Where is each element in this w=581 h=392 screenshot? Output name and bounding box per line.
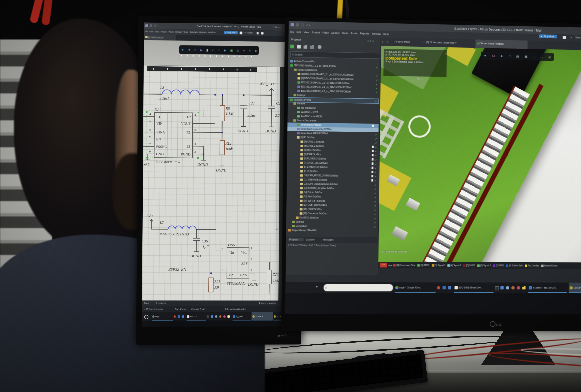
menu-view[interactable]: View	[304, 30, 309, 33]
tree-item[interactable]: Generated✔	[286, 224, 378, 229]
menu-design[interactable]: Design	[175, 30, 182, 33]
taskbar-icon[interactable]	[182, 315, 184, 318]
layer-tab-signal2[interactable]: [4] Signal 2	[448, 264, 461, 266]
taskbar-item-altium-1[interactable]: EcoSBV...	[252, 312, 273, 321]
tree-item[interactable]: Settings✔	[286, 220, 378, 224]
save-icon[interactable]	[150, 24, 152, 27]
paste-tool-icon[interactable]: ▶	[200, 48, 202, 52]
inductor-L3[interactable]	[162, 90, 199, 95]
resistor-R8[interactable]	[220, 105, 225, 121]
taskbar-icon[interactable]	[442, 286, 446, 289]
taskbar-item-vscode[interactable]: w_spas...	[232, 312, 252, 321]
tab-explorer[interactable]: Explorer	[306, 238, 319, 241]
layer-tab-gnd2[interactable]: [5] GND2	[463, 264, 475, 267]
settings-icon-button[interactable]	[318, 45, 322, 49]
taskbar-icon[interactable]	[517, 286, 520, 290]
taskbar-item-chrome[interactable]: Login - Google Chro...	[394, 282, 436, 293]
menu-project[interactable]: Project	[160, 30, 167, 33]
save-icon[interactable]	[296, 23, 299, 26]
layer-tab-pwr[interactable]: [7] PWR	[493, 264, 504, 267]
tab-projects[interactable]: Projects	[288, 238, 304, 241]
taskbar-item-bdc[interactable]: BDC-0301-Direct Driv...	[454, 282, 494, 293]
editor-mode[interactable]: Editor	[144, 302, 153, 304]
wire-tool-icon[interactable]: ≈	[212, 48, 214, 52]
taskbar-icon[interactable]	[228, 315, 230, 318]
taskbar-icon[interactable]	[215, 315, 217, 318]
taskbar-icon[interactable]	[211, 315, 213, 318]
undo-icon[interactable]: ↶↷	[306, 24, 310, 26]
menu-project[interactable]: Project	[312, 31, 320, 34]
tab-messages[interactable]: Messages	[323, 238, 338, 241]
taskbar-item-vscode[interactable]: w_spase - app_stm32l...	[528, 283, 568, 293]
chat-icon[interactable]	[240, 31, 242, 34]
layer-tab-solder-side[interactable]: [8] Solder Side	[506, 264, 523, 267]
menu-simulate[interactable]: Simulate	[190, 31, 198, 33]
open-icon[interactable]	[301, 23, 304, 26]
menu-tools[interactable]: Tools	[183, 31, 188, 33]
taskbar-icon[interactable]	[178, 315, 180, 318]
power-port-tool-icon[interactable]: ⚠	[218, 48, 220, 52]
inductor-L7[interactable]	[168, 226, 196, 229]
component-DA2[interactable]	[154, 112, 193, 158]
tab-schematic-document[interactable]: ▭ (8) Schematic Document ▾	[423, 41, 474, 44]
taskbar-icon[interactable]	[512, 286, 515, 290]
start-icon[interactable]	[144, 315, 148, 319]
start-icon[interactable]	[316, 286, 319, 289]
folder-icon-button[interactable]	[304, 45, 307, 49]
tree-item[interactable]: EcoSBV1.BomDoc✔	[286, 216, 378, 220]
menu-window[interactable]: Window	[208, 31, 216, 33]
tree-item[interactable]: [15] FAN.SchDoc✔	[286, 194, 378, 199]
project-icon-button[interactable]	[290, 44, 294, 48]
share-button[interactable]: ➤ Share	[569, 36, 581, 39]
taskbar-icon[interactable]	[219, 315, 222, 318]
sheet-tool-icon[interactable]: ▣	[230, 48, 233, 52]
text-tool-icon[interactable]: A	[249, 49, 251, 52]
layer-tab-top-overlay[interactable]: Top Overlay	[525, 264, 539, 267]
selection-handles[interactable]	[146, 111, 199, 159]
drc-tool-icon[interactable]: ●	[243, 49, 245, 52]
layer-tab-gnd1[interactable]: [2] GND1	[418, 264, 429, 266]
menu-reports[interactable]: Reports	[200, 31, 207, 33]
menu-file[interactable]: File	[290, 30, 294, 33]
tree-item[interactable]: [16] WiFi_BT.SchDoc✔	[286, 199, 378, 203]
taskbar-icon[interactable]	[506, 286, 509, 290]
menu-edit[interactable]: Edit	[150, 30, 153, 32]
layer-set-chip[interactable]: LS	[380, 263, 387, 267]
folder2-icon-button[interactable]	[310, 45, 314, 49]
pcb-3d-viewport[interactable]: L24 C50 R12 R21 x: 83,200 dx: -6,900 mm …	[378, 46, 581, 262]
measure-icon[interactable]: ▤	[516, 54, 519, 58]
layer-tab-bottom-overlay[interactable]: Bottom Overla	[541, 264, 558, 267]
menu-view[interactable]: View	[155, 30, 159, 33]
taskbar-icon[interactable]	[437, 286, 440, 289]
tree-item[interactable]: [17] USB_2ISP.SchDoc✔	[286, 203, 378, 208]
chat-icon[interactable]	[563, 36, 566, 39]
arc-tool-icon[interactable]: ◈	[254, 49, 257, 52]
menu-design[interactable]: Design	[331, 31, 340, 34]
menu-file[interactable]: File	[145, 30, 148, 32]
document-icon-button[interactable]	[297, 45, 301, 48]
taskbar-icon-ctl[interactable]	[495, 286, 499, 290]
clipboard-tool-icon[interactable]: ▮	[206, 48, 208, 52]
magnet-icon[interactable]: ☊	[492, 54, 495, 58]
taskbar-icon[interactable]	[174, 315, 176, 318]
component-icon[interactable]: ▦	[524, 54, 528, 58]
menu-window[interactable]: Window	[372, 32, 381, 35]
part-tool-icon[interactable]: ▶	[224, 48, 226, 52]
taskbar-item-bdc[interactable]: BDC-03...	[186, 312, 206, 321]
home-icon[interactable]	[256, 31, 259, 34]
filter-tool-icon[interactable]: ▼	[181, 48, 184, 51]
folder-icon[interactable]	[522, 286, 526, 290]
arc-icon[interactable]: ◡	[540, 55, 543, 59]
select-rect-icon[interactable]: □	[508, 54, 510, 58]
resistor-R20[interactable]	[267, 270, 272, 284]
menu-tools[interactable]: Tools	[342, 31, 348, 34]
menu-help[interactable]: Help	[383, 32, 388, 35]
via-icon[interactable]: ◎	[548, 55, 551, 59]
taskbar-item-chrome[interactable]: Login -...	[151, 312, 174, 321]
layer-tab-signal3[interactable]: [6] Signal 3	[477, 264, 491, 267]
menu-route[interactable]: Route	[350, 31, 358, 34]
tree-item[interactable]: [19] Connector.SchDoc✔	[286, 211, 378, 216]
taskbar-icon[interactable]	[448, 286, 451, 289]
gear-icon[interactable]	[261, 31, 264, 34]
menu-place[interactable]: Place	[168, 30, 174, 33]
